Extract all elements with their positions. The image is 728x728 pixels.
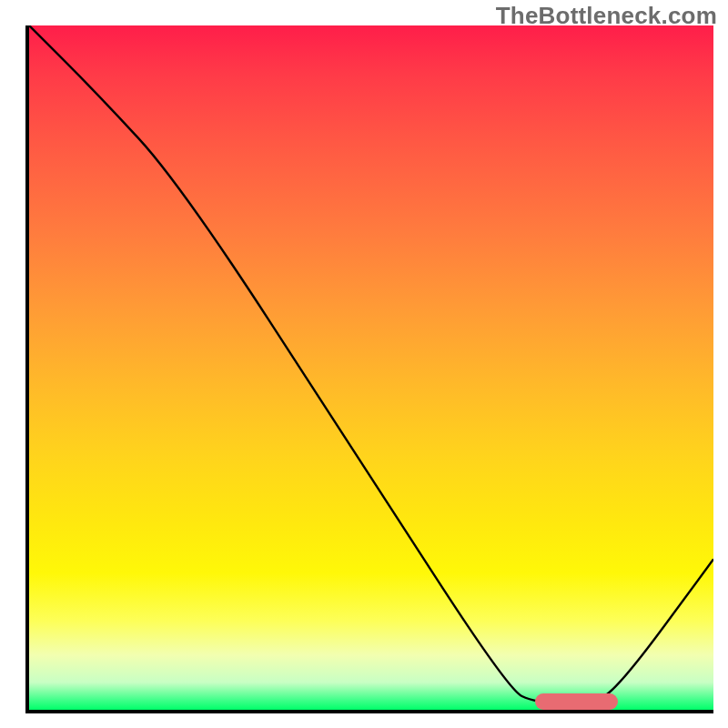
x-axis-line (25, 710, 713, 713)
curve-layer (29, 25, 713, 710)
optimal-range-marker (535, 693, 617, 710)
bottleneck-curve-path (29, 25, 713, 703)
chart-container: TheBottleneck.com (0, 0, 728, 728)
plot-area (25, 25, 713, 713)
